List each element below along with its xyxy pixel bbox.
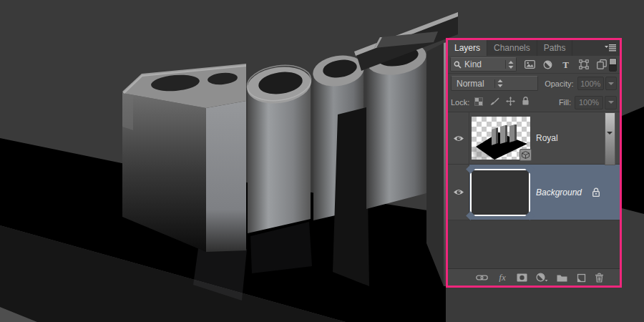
letter-shadow-right	[622, 107, 644, 214]
search-icon	[454, 61, 462, 69]
svg-text:fx: fx	[499, 273, 506, 282]
photoshop-workspace: Layers Channels Paths Kind	[0, 0, 644, 322]
layer-thumbnail-royal[interactable]	[472, 117, 530, 160]
layer-name-background: Background	[536, 187, 582, 197]
layer-row-royal[interactable]: Royal	[448, 112, 620, 165]
background-lock-icon	[592, 187, 600, 197]
fill-value[interactable]: 100%	[575, 96, 603, 109]
fill-label: Fill:	[559, 98, 571, 107]
panel-toolbar: fx	[448, 268, 620, 286]
letter-r	[122, 64, 246, 252]
combo-arrows-icon	[505, 60, 514, 69]
fx-icon[interactable]: fx	[497, 272, 508, 283]
eye-icon	[453, 135, 464, 142]
thumbnail-corner-notch	[525, 165, 535, 174]
3d-layer-badge-icon	[519, 149, 532, 161]
letter-o	[245, 62, 313, 233]
lock-transparency-icon[interactable]	[474, 96, 483, 109]
blend-mode-value: Normal	[457, 79, 494, 89]
mask-icon[interactable]	[517, 272, 527, 283]
visibility-toggle-background[interactable]	[448, 165, 469, 220]
tab-paths[interactable]: Paths	[537, 40, 573, 56]
shape-filter-icon[interactable]	[577, 59, 590, 71]
layer-row-background[interactable]: Background	[448, 165, 620, 220]
filter-kind-label: Kind	[464, 59, 505, 69]
smartobject-filter-icon[interactable]	[595, 59, 608, 71]
scrollbar-thumb[interactable]	[605, 112, 615, 165]
link-icon[interactable]	[476, 272, 488, 283]
opacity-value[interactable]: 100%	[577, 77, 604, 90]
filter-kind-combo[interactable]: Kind	[450, 57, 517, 72]
tab-layers[interactable]: Layers	[448, 40, 487, 56]
lock-all-icon[interactable]	[522, 96, 530, 109]
folder-icon[interactable]	[557, 272, 567, 283]
tabbar-spacer	[572, 40, 601, 56]
filter-row: Kind T	[448, 56, 620, 74]
thumbnail-corner-notch	[525, 211, 535, 220]
svg-text:T: T	[562, 60, 569, 69]
eye-icon	[453, 188, 464, 196]
type-filter-icon[interactable]: T	[560, 59, 572, 71]
blend-mode-row: Normal Opacity: 100%	[448, 74, 620, 93]
panel-tab-bar: Layers Channels Paths	[448, 40, 620, 56]
combo-arrows-icon	[494, 79, 535, 88]
adjustment-icon[interactable]	[536, 272, 548, 283]
adjustment-filter-icon[interactable]	[542, 59, 554, 71]
opacity-label: Opacity:	[545, 79, 573, 88]
lock-move-icon[interactable]	[506, 96, 515, 109]
pixel-filter-icon[interactable]	[524, 59, 536, 71]
new-layer-icon[interactable]	[576, 272, 586, 283]
fill-dropdown-arrow[interactable]	[605, 96, 617, 109]
panel-menu-icon[interactable]	[601, 40, 620, 56]
layers-panel: Layers Channels Paths Kind	[446, 38, 622, 288]
filter-toggle-switch[interactable]	[609, 58, 617, 72]
lock-paint-icon[interactable]	[489, 96, 499, 109]
trash-icon[interactable]	[595, 272, 604, 283]
layer-list: Royal Background	[448, 112, 620, 268]
filter-type-buttons: T	[524, 59, 608, 71]
opacity-dropdown-arrow[interactable]	[605, 77, 617, 90]
layer-thumbnail-background[interactable]	[470, 169, 530, 216]
lock-label: Lock:	[451, 98, 469, 107]
blend-mode-combo[interactable]: Normal	[451, 76, 538, 91]
visibility-toggle-royal[interactable]	[448, 112, 469, 164]
layer-name-royal: Royal	[536, 133, 558, 143]
tab-channels[interactable]: Channels	[487, 40, 537, 56]
lock-row: Lock: Fill: 100%	[448, 93, 620, 112]
